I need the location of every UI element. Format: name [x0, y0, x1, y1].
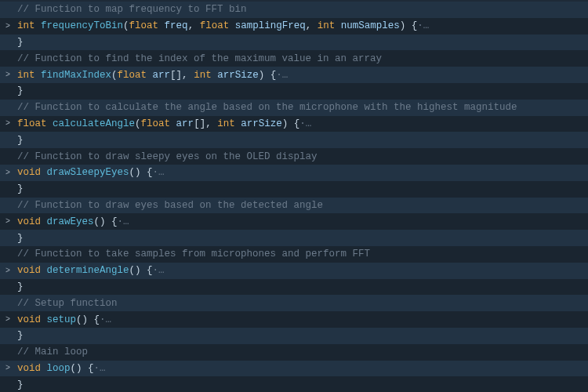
code-content[interactable]: // Main loop — [16, 344, 588, 360]
code-content[interactable]: void drawSleepyEyes() {·… — [16, 165, 588, 180]
punctuation — [35, 70, 42, 81]
code-content[interactable]: float calculateAngle(float arr[], int ar… — [16, 116, 588, 132]
punctuation — [41, 314, 47, 325]
punctuation: ) { — [282, 118, 300, 129]
fold-toggle-icon[interactable]: > — [0, 360, 16, 376]
punctuation: } — [17, 233, 24, 244]
code-line[interactable]: >void setup() {·… — [0, 311, 588, 328]
punctuation: } — [17, 281, 24, 292]
code-line[interactable]: // Function to map frequency to FFT bin — [0, 2, 588, 18]
fold-toggle-icon[interactable]: > — [0, 213, 16, 230]
punctuation — [41, 265, 47, 276]
code-line[interactable]: // Function to calculate the angle based… — [0, 100, 588, 116]
punctuation — [158, 20, 165, 31]
code-line[interactable]: >void drawEyes() {·… — [0, 213, 588, 230]
chevron-right-icon: > — [5, 169, 10, 177]
punctuation: } — [17, 379, 24, 390]
fold-toggle-icon[interactable]: > — [0, 263, 16, 279]
code-line[interactable]: >int frequencyToBin(float freq, float sa… — [0, 18, 588, 34]
code-content[interactable]: // Function to calculate the angle based… — [16, 100, 588, 115]
function-name: calculateAngle — [53, 118, 135, 129]
type-keyword: int — [17, 70, 35, 81]
chevron-right-icon: > — [5, 315, 10, 324]
type-keyword: float — [129, 20, 159, 31]
code-editor[interactable]: // Function to map frequency to FFT bin>… — [0, 2, 588, 392]
function-name: setup — [47, 314, 77, 325]
code-line[interactable]: >void loop() {·… — [0, 361, 588, 377]
code-content[interactable]: // Function to draw sleepy eyes on the O… — [16, 149, 588, 165]
punctuation: } — [17, 330, 24, 341]
parameter-name: arrSize — [241, 118, 282, 129]
fold-toggle-icon[interactable]: > — [0, 115, 16, 132]
code-line[interactable]: // Function to find the index of the max… — [0, 50, 588, 67]
type-keyword: int — [217, 118, 235, 129]
code-content[interactable]: // Function to take samples from microph… — [16, 246, 588, 262]
punctuation: () { — [94, 216, 118, 227]
code-content[interactable]: // Setup function — [16, 296, 588, 311]
function-name: determineAngle — [47, 265, 129, 276]
fold-toggle-icon[interactable]: > — [0, 67, 16, 83]
fold-toggle-icon[interactable]: > — [0, 18, 16, 34]
folded-indicator-icon: ·… — [299, 118, 311, 129]
punctuation — [47, 118, 53, 129]
code-content[interactable]: } — [16, 34, 588, 50]
fold-toggle-icon[interactable]: > — [0, 165, 16, 181]
parameter-name: samplingFreq — [235, 20, 306, 31]
code-line[interactable]: // Function to draw sleepy eyes on the O… — [0, 148, 588, 165]
punctuation — [41, 216, 47, 227]
code-line[interactable]: } — [0, 230, 588, 246]
type-keyword: float — [141, 118, 171, 129]
code-content[interactable]: // Function to draw eyes based on the de… — [16, 198, 588, 213]
keyword: void — [17, 265, 41, 276]
chevron-right-icon: > — [5, 119, 10, 128]
parameter-name: arrSize — [217, 70, 259, 81]
code-content[interactable]: } — [16, 83, 588, 99]
keyword: void — [17, 363, 41, 374]
code-content[interactable]: // Function to find the index of the max… — [16, 51, 588, 67]
code-line[interactable]: } — [0, 181, 588, 198]
chevron-right-icon: > — [5, 364, 10, 372]
code-line[interactable]: // Setup function — [0, 295, 588, 311]
code-content[interactable]: void drawEyes() {·… — [16, 214, 588, 230]
parameter-name: arr — [153, 70, 171, 81]
punctuation: } — [17, 135, 24, 146]
code-line[interactable]: >int findMaxIndex(float arr[], int arrSi… — [0, 67, 588, 83]
code-line[interactable]: // Main loop — [0, 344, 588, 361]
comment-text: // Function to draw sleepy eyes on the O… — [17, 151, 318, 162]
code-line[interactable]: } — [0, 132, 588, 148]
code-content[interactable]: } — [16, 279, 588, 295]
code-line[interactable]: } — [0, 328, 588, 344]
code-line[interactable]: >void determineAngle() {·… — [0, 263, 588, 279]
code-content[interactable]: } — [16, 230, 588, 246]
fold-toggle-icon[interactable]: > — [0, 311, 16, 328]
code-content[interactable]: } — [16, 132, 588, 148]
type-keyword: int — [194, 70, 212, 81]
code-content[interactable]: void determineAngle() {·… — [16, 263, 588, 278]
parameter-name: arr — [176, 118, 194, 129]
code-content[interactable]: } — [16, 377, 588, 392]
code-line[interactable]: >void drawSleepyEyes() {·… — [0, 165, 588, 181]
code-content[interactable]: void setup() {·… — [16, 312, 588, 328]
code-content[interactable]: int findMaxIndex(float arr[], int arrSiz… — [16, 67, 588, 83]
code-content[interactable]: } — [16, 181, 588, 197]
punctuation — [147, 70, 153, 81]
code-content[interactable]: // Function to map frequency to FFT bin — [16, 2, 588, 17]
punctuation: } — [17, 85, 24, 96]
code-line[interactable]: // Function to take samples from microph… — [0, 246, 588, 263]
punctuation — [41, 167, 47, 178]
code-content[interactable]: int frequencyToBin(float freq, float sam… — [16, 18, 588, 34]
code-line[interactable]: } — [0, 83, 588, 100]
type-keyword: float — [200, 20, 230, 31]
code-line[interactable]: } — [0, 376, 588, 392]
code-line[interactable]: >float calculateAngle(float arr[], int a… — [0, 116, 588, 132]
punctuation: } — [17, 183, 24, 194]
punctuation: () { — [129, 265, 153, 276]
punctuation: ) { — [400, 20, 418, 31]
code-content[interactable]: } — [16, 328, 588, 343]
code-line[interactable]: } — [0, 34, 588, 51]
chevron-right-icon: > — [5, 71, 10, 79]
code-line[interactable]: } — [0, 279, 588, 296]
code-line[interactable]: // Function to draw eyes based on the de… — [0, 198, 588, 214]
code-content[interactable]: void loop() {·… — [16, 361, 588, 376]
keyword: void — [17, 167, 41, 178]
